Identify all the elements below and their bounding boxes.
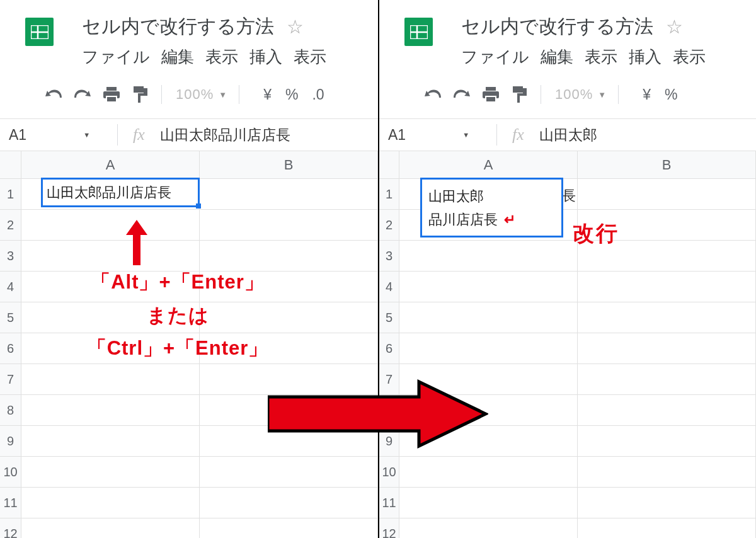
cell[interactable] bbox=[21, 457, 200, 488]
paint-format-icon[interactable] bbox=[505, 83, 534, 106]
print-icon[interactable] bbox=[97, 83, 126, 106]
toolbar: 100%▼ ¥ % .0 bbox=[0, 68, 378, 118]
redo-icon[interactable] bbox=[447, 83, 476, 106]
cell[interactable] bbox=[578, 364, 756, 395]
row-header[interactable]: 6 bbox=[379, 333, 399, 364]
zoom-dropdown[interactable]: 100%▼ bbox=[176, 86, 227, 103]
toolbar: 100%▼ ¥ % bbox=[379, 68, 756, 118]
row-header[interactable]: 12 bbox=[0, 518, 21, 538]
menu-insert[interactable]: 挿入 bbox=[249, 46, 282, 68]
document-title[interactable]: セル内で改行する方法 bbox=[461, 14, 653, 40]
print-icon[interactable] bbox=[476, 83, 505, 106]
row-header[interactable]: 3 bbox=[0, 241, 21, 272]
cell[interactable] bbox=[200, 210, 378, 241]
col-header-a[interactable]: A bbox=[399, 151, 578, 179]
row-header[interactable]: 7 bbox=[0, 364, 21, 395]
col-header-a[interactable]: A bbox=[21, 151, 200, 179]
cell[interactable] bbox=[21, 518, 200, 538]
cell[interactable] bbox=[399, 333, 578, 364]
cell[interactable] bbox=[200, 488, 378, 518]
row-header[interactable]: 5 bbox=[379, 302, 399, 333]
cell[interactable] bbox=[200, 518, 378, 538]
menu-format[interactable]: 表示 bbox=[673, 46, 706, 68]
menu-edit[interactable]: 編集 bbox=[541, 46, 573, 68]
sheets-logo bbox=[404, 14, 433, 51]
cell-b1[interactable] bbox=[200, 179, 378, 210]
spreadsheet-grid[interactable]: A B 1 2 3 4 5 6 7 8 9 10 11 12 13 店長 山田太… bbox=[379, 151, 756, 538]
transition-arrow-icon bbox=[268, 379, 488, 449]
menu-file[interactable]: ファイル bbox=[82, 46, 150, 68]
row-header[interactable]: 1 bbox=[379, 179, 399, 210]
cell[interactable] bbox=[21, 364, 200, 395]
currency-format-button[interactable]: ¥ bbox=[643, 86, 651, 103]
titlebar: セル内で改行する方法 ☆ ファイル 編集 表示 挿入 表示 bbox=[0, 0, 378, 68]
document-title[interactable]: セル内で改行する方法 bbox=[82, 14, 274, 40]
col-header-b[interactable]: B bbox=[578, 151, 756, 179]
editing-cell-a1[interactable]: 山田太郎 品川店店長 ↵ bbox=[420, 178, 563, 238]
cell[interactable] bbox=[399, 488, 578, 518]
row-header[interactable]: 12 bbox=[379, 518, 399, 538]
cell[interactable] bbox=[578, 488, 756, 518]
row-header[interactable]: 6 bbox=[0, 333, 21, 364]
row-header[interactable]: 4 bbox=[379, 272, 399, 302]
svg-rect-13 bbox=[486, 96, 496, 102]
row-header[interactable]: 4 bbox=[0, 272, 21, 302]
select-all-corner[interactable] bbox=[0, 151, 21, 179]
menu-file[interactable]: ファイル bbox=[461, 46, 529, 68]
row-header[interactable]: 9 bbox=[0, 426, 21, 457]
percent-format-button[interactable]: % bbox=[285, 86, 298, 103]
cell[interactable] bbox=[200, 457, 378, 488]
select-all-corner[interactable] bbox=[379, 151, 399, 179]
row-header[interactable]: 10 bbox=[379, 457, 399, 488]
cell[interactable] bbox=[578, 333, 756, 364]
cell[interactable] bbox=[399, 457, 578, 488]
paint-format-icon[interactable] bbox=[126, 83, 155, 106]
menu-format[interactable]: 表示 bbox=[294, 46, 326, 68]
cell[interactable] bbox=[399, 272, 578, 302]
cell[interactable] bbox=[578, 426, 756, 457]
row-header[interactable]: 1 bbox=[0, 179, 21, 210]
cell[interactable] bbox=[399, 518, 578, 538]
cell[interactable] bbox=[21, 488, 200, 518]
cell[interactable] bbox=[578, 457, 756, 488]
row-header[interactable]: 2 bbox=[0, 210, 21, 241]
star-icon[interactable]: ☆ bbox=[666, 16, 683, 38]
cell[interactable] bbox=[399, 241, 578, 272]
cell-b1[interactable] bbox=[578, 179, 756, 210]
undo-icon[interactable] bbox=[39, 83, 68, 106]
star-icon[interactable]: ☆ bbox=[287, 16, 304, 38]
row-header[interactable]: 3 bbox=[379, 241, 399, 272]
cell[interactable] bbox=[578, 395, 756, 426]
percent-format-button[interactable]: % bbox=[665, 86, 677, 103]
cell[interactable] bbox=[578, 272, 756, 302]
cell[interactable] bbox=[21, 426, 200, 457]
fx-icon: fx bbox=[497, 125, 539, 144]
cell[interactable] bbox=[399, 302, 578, 333]
row-header[interactable]: 11 bbox=[379, 488, 399, 518]
row-header[interactable]: 10 bbox=[0, 457, 21, 488]
name-box[interactable]: A1▼ bbox=[0, 127, 117, 144]
menu-view[interactable]: 表示 bbox=[205, 46, 238, 68]
undo-icon[interactable] bbox=[418, 83, 447, 106]
menu-view[interactable]: 表示 bbox=[585, 46, 617, 68]
cell[interactable] bbox=[21, 395, 200, 426]
row-header[interactable]: 5 bbox=[0, 302, 21, 333]
menu-insert[interactable]: 挿入 bbox=[629, 46, 662, 68]
menu-edit[interactable]: 編集 bbox=[161, 46, 194, 68]
currency-format-button[interactable]: ¥ bbox=[263, 86, 272, 103]
formula-value[interactable]: 山田太郎品川店店長 bbox=[160, 125, 290, 145]
row-header[interactable]: 2 bbox=[379, 210, 399, 241]
name-box[interactable]: A1▼ bbox=[379, 127, 496, 144]
cell[interactable] bbox=[21, 210, 200, 241]
cell[interactable] bbox=[578, 302, 756, 333]
formula-value[interactable]: 山田太郎 bbox=[539, 125, 597, 145]
redo-icon[interactable] bbox=[68, 83, 97, 106]
selected-cell-a1[interactable]: 山田太郎品川店店長 bbox=[41, 178, 200, 207]
cell[interactable] bbox=[578, 518, 756, 538]
decimal-format-button-left[interactable]: .0 bbox=[312, 86, 324, 103]
zoom-dropdown[interactable]: 100%▼ bbox=[555, 86, 607, 103]
svg-rect-5 bbox=[106, 96, 117, 102]
row-header[interactable]: 11 bbox=[0, 488, 21, 518]
row-header[interactable]: 8 bbox=[0, 395, 21, 426]
col-header-b[interactable]: B bbox=[200, 151, 378, 179]
